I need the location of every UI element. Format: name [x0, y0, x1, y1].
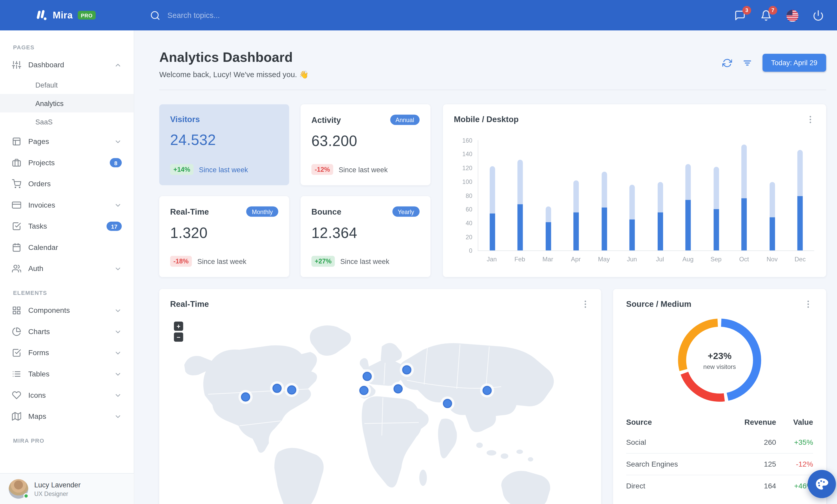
sidebar-item-forms[interactable]: Forms — [0, 342, 133, 363]
map-marker[interactable] — [483, 386, 491, 394]
period-badge[interactable]: Monthly — [246, 207, 278, 217]
sidebar-item-auth[interactable]: Auth — [0, 258, 133, 279]
sidebar-item-label: Pages — [28, 137, 107, 146]
stacked-bar[interactable] — [602, 172, 607, 250]
map-zoom-out-button[interactable]: − — [174, 333, 183, 342]
x-axis-label: Feb — [506, 256, 534, 262]
today-date-button[interactable]: Today: April 29 — [762, 54, 826, 72]
sidebar-item-invoices[interactable]: Invoices — [0, 194, 133, 216]
search-input[interactable] — [166, 11, 291, 20]
stacked-bar[interactable] — [629, 185, 635, 250]
heart-icon — [12, 390, 21, 400]
us-flag-icon — [787, 10, 799, 22]
more-vertical-icon[interactable] — [581, 299, 590, 309]
map-marker[interactable] — [443, 399, 451, 407]
chevron-up-icon — [114, 61, 122, 69]
map-title: Real-Time — [170, 299, 209, 309]
sidebar-item-label: Dashboard — [28, 61, 107, 69]
source-table-row[interactable]: Social260+35% — [626, 432, 813, 453]
sidebar-subitem-saas[interactable]: SaaS — [0, 112, 133, 131]
source-table: Source Revenue Value Social260+35%Search… — [626, 414, 813, 497]
sidebar-item-orders[interactable]: Orders — [0, 173, 133, 194]
x-axis-label: Apr — [562, 256, 590, 262]
stat-caption: Since last week — [197, 257, 246, 265]
sidebar-item-components[interactable]: Components — [0, 300, 133, 321]
stacked-bar[interactable] — [769, 182, 775, 250]
theme-settings-fab[interactable] — [808, 470, 836, 498]
chart-title: Mobile / Desktop — [454, 115, 519, 124]
map-marker[interactable] — [242, 393, 250, 401]
stacked-bar[interactable] — [742, 144, 747, 250]
chevron-down-icon — [114, 328, 122, 335]
user-role: UX Designer — [34, 490, 81, 497]
sidebar-item-charts[interactable]: Charts — [0, 321, 133, 342]
stacked-bar[interactable] — [657, 182, 663, 250]
map-zoom-in-button[interactable]: + — [174, 322, 183, 331]
stacked-bar[interactable] — [546, 206, 551, 250]
stacked-bar[interactable] — [714, 167, 719, 250]
sidebar: PAGESDashboardDefaultAnalyticsSaaSPagesP… — [0, 31, 134, 504]
stat-footer: -18%Since last week — [170, 256, 278, 267]
map-marker[interactable] — [363, 372, 371, 380]
user-avatar — [8, 479, 28, 499]
map-marker[interactable] — [403, 366, 411, 374]
stacked-bar[interactable] — [685, 164, 691, 250]
sidebar-item-tasks[interactable]: Tasks17 — [0, 216, 133, 237]
stat-footer: -12%Since last week — [311, 164, 420, 175]
messages-button[interactable]: 3 — [734, 10, 746, 21]
navbar-search[interactable] — [150, 10, 291, 20]
value-cell: +35% — [776, 438, 813, 446]
refresh-icon[interactable] — [722, 58, 732, 68]
sidebar-item-dashboard[interactable]: Dashboard — [0, 54, 133, 76]
desktop-segment — [742, 144, 747, 198]
sidebar-item-tables[interactable]: Tables — [0, 363, 133, 385]
brand[interactable]: Mira PRO — [0, 8, 134, 22]
delta-badge: -18% — [170, 256, 192, 267]
stacked-bar[interactable] — [573, 180, 579, 250]
filter-icon[interactable] — [742, 58, 752, 68]
sidebar-item-maps[interactable]: Maps — [0, 406, 133, 427]
sidebar-subitem-analytics[interactable]: Analytics — [0, 94, 133, 112]
map-marker[interactable] — [394, 385, 402, 393]
source-table-row[interactable]: Search Engines125-12% — [626, 453, 813, 475]
more-vertical-icon[interactable] — [803, 299, 813, 309]
y-axis-tick: 60 — [454, 207, 472, 212]
stat-card-activity: ActivityAnnual63.200-12%Since last week — [301, 104, 430, 185]
stat-footer: +27%Since last week — [311, 256, 420, 267]
mira-logo-icon — [34, 8, 48, 22]
stat-title: Bounce — [311, 207, 341, 217]
notifications-button[interactable]: 7 — [760, 10, 772, 21]
period-badge[interactable]: Annual — [390, 115, 420, 125]
mobile-segment — [573, 212, 579, 250]
language-button[interactable] — [787, 10, 798, 21]
source-medium-title: Source / Medium — [626, 299, 691, 309]
sidebar-item-pages[interactable]: Pages — [0, 131, 133, 152]
revenue-cell: 125 — [728, 460, 776, 468]
grid-icon — [12, 306, 21, 315]
sign-out-button[interactable] — [813, 10, 824, 21]
source-medium-card: Source / Medium +23% new visitors Source… — [613, 289, 826, 504]
map-marker[interactable] — [360, 386, 368, 394]
world-map[interactable] — [172, 315, 588, 504]
source-table-row[interactable]: Direct164+46% — [626, 475, 813, 497]
bar-column-apr — [562, 140, 590, 250]
stacked-bar[interactable] — [798, 150, 803, 250]
period-badge[interactable]: Yearly — [392, 207, 420, 217]
main-content: Analytics Dashboard Welcome back, Lucy! … — [134, 31, 837, 504]
briefcase-icon — [12, 158, 21, 167]
sidebar-item-projects[interactable]: Projects8 — [0, 152, 133, 173]
x-axis-label: Jan — [478, 256, 506, 262]
more-vertical-icon[interactable] — [805, 115, 815, 125]
stacked-bar[interactable] — [489, 166, 495, 250]
sidebar-item-icons[interactable]: Icons — [0, 385, 133, 406]
bar-column-jun — [618, 140, 646, 250]
sidebar-item-label: Invoices — [28, 201, 107, 209]
sidebar-user[interactable]: Lucy Lavender UX Designer — [0, 473, 133, 504]
chevron-down-icon — [114, 265, 122, 272]
sidebar-subitem-default[interactable]: Default — [0, 76, 133, 94]
sidebar-item-calendar[interactable]: Calendar — [0, 237, 133, 258]
stat-card-header: Real-TimeMonthly — [170, 207, 278, 217]
stacked-bar[interactable] — [518, 160, 523, 250]
map-marker[interactable] — [288, 386, 296, 394]
map-marker[interactable] — [273, 384, 281, 392]
